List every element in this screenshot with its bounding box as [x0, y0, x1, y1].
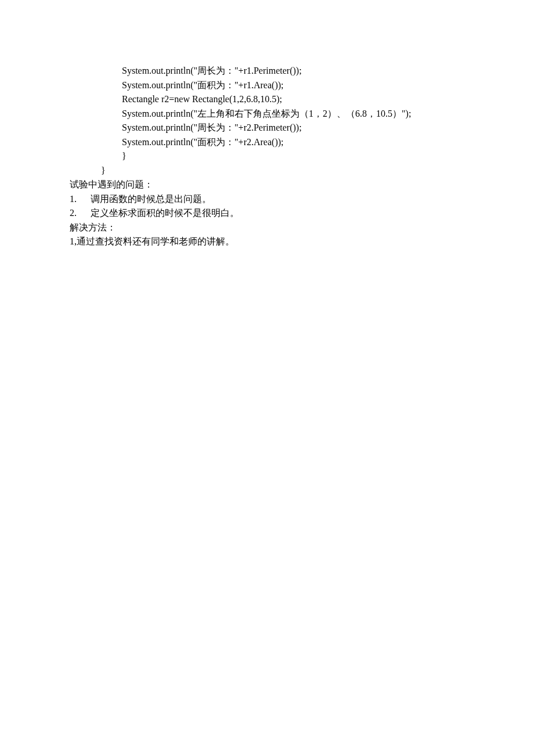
code-line: System.out.println("面积为："+r2.Area());: [70, 135, 464, 150]
section-heading-solutions: 解决方法：: [70, 221, 464, 235]
document-page: System.out.println("周长为："+r1.Perimeter()…: [0, 0, 534, 249]
code-brace-close: }: [70, 164, 464, 178]
solution-item: 1,通过查找资料还有同学和老师的讲解。: [70, 235, 464, 249]
list-number: 1.: [70, 192, 91, 207]
code-line: System.out.println("周长为："+r2.Perimeter()…: [70, 121, 464, 135]
list-text: 调用函数的时候总是出问题。: [91, 194, 211, 204]
code-line: System.out.println("左上角和右下角点坐标为（1，2）、（6.…: [70, 107, 464, 121]
list-number: 2.: [70, 206, 91, 221]
code-line: System.out.println("周长为："+r1.Perimeter()…: [70, 64, 464, 78]
section-heading-problems: 试验中遇到的问题：: [70, 178, 464, 192]
problem-item: 1.调用函数的时候总是出问题。: [70, 192, 464, 207]
problem-item: 2.定义坐标求面积的时候不是很明白。: [70, 206, 464, 221]
code-brace-close: }: [70, 149, 464, 164]
list-text: 定义坐标求面积的时候不是很明白。: [91, 208, 239, 218]
code-line: Rectangle r2=new Rectangle(1,2,6.8,10.5)…: [70, 92, 464, 107]
code-line: System.out.println("面积为："+r1.Area());: [70, 78, 464, 93]
